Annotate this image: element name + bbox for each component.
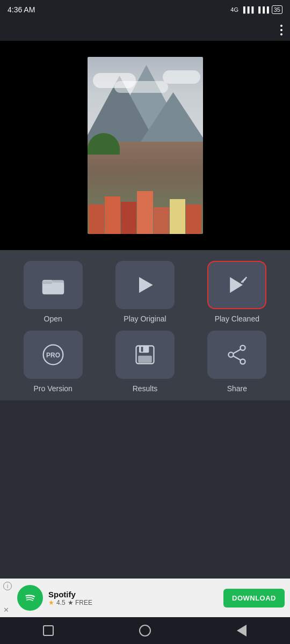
svg-line-16: [233, 356, 241, 360]
back-icon: [237, 625, 247, 636]
building-4: [137, 191, 153, 234]
play-cleaned-icon-box: [207, 261, 266, 309]
share-icon-box: [207, 331, 266, 379]
building-1: [89, 204, 104, 234]
share-icon: [225, 343, 249, 367]
building-5: [154, 207, 169, 234]
spotify-logo: [17, 585, 43, 611]
ad-banner: i ✕ Spotify ★ 4.5 ★ FREE DOWNLOAD: [0, 579, 290, 617]
ad-app-name: Spotify: [48, 590, 218, 599]
status-time: 4:36 AM: [8, 5, 35, 14]
ad-download-button[interactable]: DOWNLOAD: [223, 589, 285, 608]
ad-close-icon[interactable]: ✕: [3, 606, 9, 614]
buildings: [88, 155, 203, 235]
recent-apps-icon: [43, 625, 54, 636]
video-thumbnail: [88, 57, 203, 234]
svg-point-14: [229, 352, 234, 357]
svg-line-15: [233, 349, 241, 354]
share-label: Share: [227, 384, 247, 393]
open-label: Open: [44, 314, 62, 323]
results-label: Results: [133, 384, 158, 393]
building-6: [170, 199, 185, 234]
folder-icon: [41, 273, 65, 297]
open-button[interactable]: Open: [11, 261, 95, 323]
home-button[interactable]: [137, 623, 153, 639]
svg-rect-9: [139, 346, 149, 353]
ad-text: Spotify ★ 4.5 ★ FREE: [48, 590, 218, 606]
svg-rect-11: [141, 347, 143, 352]
pro-version-label: Pro Version: [33, 384, 72, 393]
more-options-button[interactable]: [280, 25, 282, 35]
pro-icon: PRO: [41, 343, 65, 367]
ad-rating-value: 4.5: [56, 599, 66, 606]
play-cleaned-icon: [225, 273, 249, 297]
video-preview-area: [0, 41, 290, 250]
action-grid: Open Play Original Play Cl: [0, 250, 290, 400]
menu-bar: [0, 19, 290, 41]
svg-point-13: [241, 359, 245, 364]
cloud-3: [163, 70, 200, 84]
play-icon: [133, 273, 157, 297]
nav-bar: [0, 617, 290, 644]
signal-bars-icon: ▐▐▐: [241, 6, 253, 13]
building-7: [186, 204, 201, 234]
battery-indicator: 35: [272, 5, 282, 14]
svg-point-12: [241, 346, 245, 350]
network-label: 4G: [230, 6, 238, 13]
svg-rect-1: [42, 281, 52, 284]
svg-rect-10: [138, 356, 152, 363]
results-button[interactable]: Results: [103, 331, 187, 393]
play-original-button[interactable]: Play Original: [103, 261, 187, 323]
play-cleaned-button[interactable]: Play Cleaned: [195, 261, 279, 323]
play-cleaned-label: Play Cleaned: [215, 314, 259, 323]
recent-apps-button[interactable]: [40, 623, 56, 639]
open-icon-box: [24, 261, 83, 309]
building-2: [105, 196, 120, 234]
play-original-icon-box: [115, 261, 175, 309]
ad-star-icon: ★: [48, 599, 54, 606]
wifi-signal-icon: ▐▐▐: [256, 6, 269, 13]
results-icon-box: [115, 331, 175, 379]
play-original-label: Play Original: [124, 314, 166, 323]
home-icon: [139, 625, 151, 636]
pro-version-button[interactable]: PRO Pro Version: [11, 331, 95, 393]
building-3: [121, 202, 136, 234]
ad-free-label: ★ FREE: [68, 599, 92, 606]
save-icon: [133, 343, 157, 367]
svg-marker-3: [230, 277, 243, 292]
status-icons: 4G ▐▐▐ ▐▐▐ 35: [230, 5, 282, 14]
back-button[interactable]: [234, 623, 250, 639]
svg-text:PRO: PRO: [46, 352, 60, 359]
ad-info-icon[interactable]: i: [3, 582, 12, 590]
bottom-panel: Open Play Original Play Cl: [0, 250, 290, 400]
status-bar: 4:36 AM 4G ▐▐▐ ▐▐▐ 35: [0, 0, 290, 19]
cloud-2: [114, 81, 168, 93]
share-button[interactable]: Share: [195, 331, 279, 393]
svg-marker-2: [139, 277, 153, 292]
ad-rating: ★ 4.5 ★ FREE: [48, 599, 218, 606]
pro-icon-box: PRO: [24, 331, 83, 379]
